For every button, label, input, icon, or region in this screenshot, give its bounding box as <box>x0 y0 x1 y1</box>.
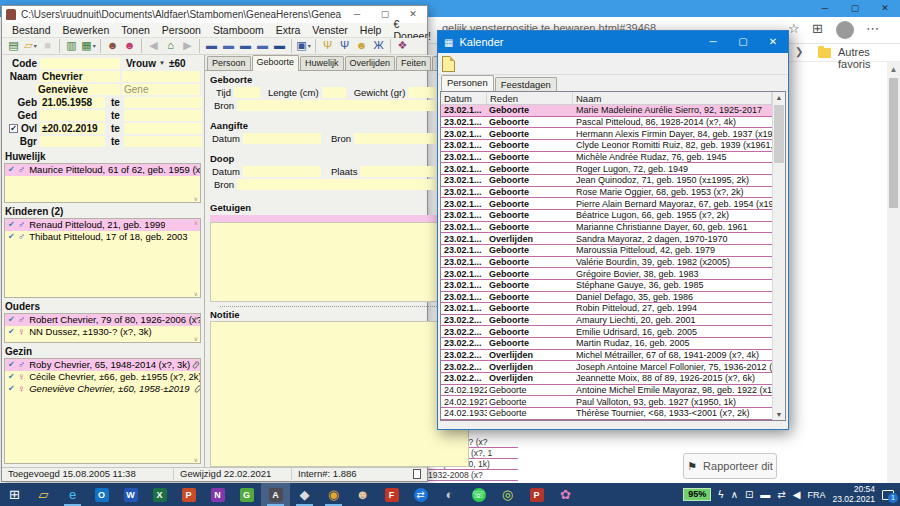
tablet-mode-icon[interactable]: ⊡ <box>745 489 753 500</box>
power-plug-icon[interactable]: ϟ <box>718 489 723 500</box>
taskbar-pdf-jpg[interactable]: P <box>522 483 551 506</box>
language-indicator[interactable]: FRA <box>807 490 825 500</box>
taskbar-app-audio[interactable]: ◉ <box>319 483 348 506</box>
kalender-row[interactable]: 23.02.1...GeboorteStéphane Gauye, 36, ge… <box>441 280 772 292</box>
tab-persoon[interactable]: Persoon <box>207 56 251 70</box>
volume-icon[interactable]: ◀ <box>793 489 801 500</box>
scroll-up-icon[interactable]: ∧ <box>194 219 198 226</box>
taskbar-excel[interactable]: X <box>145 483 174 506</box>
sex-select[interactable]: Vrouw <box>126 58 156 69</box>
scroll-thumb[interactable] <box>889 78 898 208</box>
death-place-field[interactable] <box>124 123 202 134</box>
taskbar-app-green[interactable]: G <box>232 483 261 506</box>
kalender-row[interactable]: 23.02.2...OverlijdenMichel Métrailler, 6… <box>441 350 772 362</box>
view-dates-button[interactable]: ▬ <box>237 38 254 54</box>
baptism-place-field[interactable] <box>124 110 202 121</box>
profile-avatar[interactable] <box>836 21 854 39</box>
scroll-up-icon[interactable]: ∧ <box>194 314 198 321</box>
taskbar-start[interactable]: ⊞ <box>0 483 29 506</box>
tree-relations-button[interactable]: Ж <box>370 38 387 54</box>
kalender-scrollbar[interactable]: ▲ ▼ <box>772 92 785 420</box>
birth-place-field[interactable] <box>124 97 202 108</box>
kalender-row[interactable]: 23.02.1...OverlijdenSandra Mayoraz, 2 da… <box>441 233 772 245</box>
taskbar-onenote[interactable]: N <box>203 483 232 506</box>
home-button[interactable]: ⌂ <box>162 38 179 54</box>
list-item-person[interactable]: ✔♂Robert Chevrier, 79 of 80, 1926-2006 (… <box>5 314 200 326</box>
tab-feiten[interactable]: Feiten <box>396 56 431 70</box>
given-name-field[interactable]: Geneviève <box>36 84 120 95</box>
kalender-row[interactable]: 23.02.2...OverlijdenJeannette Moix, 88 o… <box>441 373 772 385</box>
splitter-handle[interactable] <box>220 306 459 307</box>
scroll-thumb[interactable] <box>774 105 784 163</box>
kalender-row[interactable]: 23.02.1...GeboorteRobin Pitteloud, 27, g… <box>441 303 772 315</box>
kalender-row[interactable]: 23.02.1...GeboorteBéatrice Lugon, 66, ge… <box>441 210 772 222</box>
kalender-row[interactable]: 23.02.1...GeboorteMaroussia Pitteloud, 4… <box>441 245 772 257</box>
clock[interactable]: 20:54 23.02.2021 <box>832 485 875 504</box>
scroll-down-icon[interactable]: ∨ <box>194 290 198 297</box>
kalender-row[interactable]: 23.02.2...OverlijdenJoseph Antoine Marce… <box>441 361 772 373</box>
menu-dots-icon[interactable]: ⋯ <box>866 21 879 36</box>
list-item-person[interactable]: ✔♂Thibaut Pitteloud, 17 of 18, geb. 2003 <box>5 231 200 243</box>
scroll-up-icon[interactable]: ▲ <box>887 62 900 74</box>
tree-descendants-button[interactable]: Ψ <box>336 38 353 54</box>
taskbar-outlook[interactable]: O <box>87 483 116 506</box>
menu-item-venster[interactable]: Venster <box>306 24 354 36</box>
kalender-row[interactable]: 23.02.1...GeboorteGrégoire Bovier, 38, g… <box>441 268 772 280</box>
kalender-row[interactable]: 23.02.1...GeboorteMarie Madeleine Auréli… <box>441 105 772 117</box>
chevron-down-icon[interactable]: ▼ <box>159 60 165 66</box>
taskbar-whatsapp[interactable]: ☏ <box>464 483 493 506</box>
taskbar-app-pink[interactable]: ✿ <box>551 483 580 506</box>
open-folder-button[interactable]: ▱▾ <box>22 38 39 54</box>
notitie-box[interactable] <box>210 321 469 467</box>
death-date-field[interactable]: ±20.02.2019 <box>40 123 105 134</box>
menu-item-tonen[interactable]: Tonen <box>115 24 156 36</box>
kalender-row[interactable]: 23.02.1...GeboorteMichèle Andrée Rudaz, … <box>441 152 772 164</box>
call-name-field[interactable]: Gene <box>122 84 200 95</box>
scroll-down-icon[interactable]: ∨ <box>194 195 198 202</box>
kalender-minimize-button[interactable]: ─ <box>698 31 728 53</box>
view-screen-button[interactable]: ▬ <box>271 38 288 54</box>
menu-item-extra[interactable]: Extra <box>270 24 307 36</box>
aangifte-datum-field[interactable] <box>243 133 321 144</box>
collections-icon[interactable]: ⊞ <box>812 21 823 36</box>
clipboard-button[interactable]: ▥ <box>63 38 80 54</box>
column-header-reden[interactable]: Reden <box>487 92 573 104</box>
column-header-naam[interactable]: Naam <box>573 92 772 104</box>
kalender-row[interactable]: 24.02.1927GeboortePaul Valloton, 93, geb… <box>441 396 772 408</box>
kalender-row[interactable]: 24.02.1922GeboorteAntoine Michel Emile M… <box>441 385 772 397</box>
notification-center-icon[interactable]: 1 <box>882 490 894 500</box>
chevron-up-icon[interactable]: ∧ <box>731 489 738 500</box>
list-item-person[interactable]: ✔♀Cécile Chevrier, ±66, geb. ±1955 (x?, … <box>5 371 200 383</box>
kalender-close-button[interactable]: ✕ <box>758 31 788 53</box>
list-item-person[interactable]: ✔♀NN Dussez, ±1930-? (x?, 3k) <box>5 326 200 338</box>
usb-icon[interactable]: ⇄ <box>777 489 785 500</box>
menu-item-stamboom[interactable]: Stamboom <box>207 24 270 36</box>
chevron-right-icon[interactable]: ❯ <box>795 46 803 57</box>
scroll-down-icon[interactable]: ▼ <box>773 411 785 418</box>
scroll-down-icon[interactable]: ∨ <box>194 456 198 463</box>
column-header-datum[interactable]: Datum <box>441 92 487 104</box>
person-woman-button[interactable]: ☻ <box>121 38 138 54</box>
view-person-button[interactable]: ▬ <box>203 38 220 54</box>
lengte-field[interactable] <box>322 87 346 98</box>
kalender-row[interactable]: 23.02.2...GeboorteMartin Rudaz, 16, geb.… <box>441 338 772 350</box>
tijd-field[interactable] <box>234 87 260 98</box>
battery-percent-badge[interactable]: 95% <box>683 488 711 501</box>
forward-button[interactable]: ▶ <box>179 38 196 54</box>
kalender-row[interactable]: 23.02.1...GeboorteDaniel Defago, 35, geb… <box>441 292 772 304</box>
export-button[interactable]: ▦▾ <box>80 38 97 54</box>
menu-item-bewerken[interactable]: Bewerken <box>57 24 116 36</box>
kalender-row[interactable]: 23.02.1...GeboorteMarianne Christianne D… <box>441 222 772 234</box>
save-button[interactable]: ■ <box>39 38 56 54</box>
code-field[interactable] <box>40 58 120 69</box>
taskbar-app-globe[interactable]: ◐ <box>435 483 464 506</box>
taskbar-inkscape[interactable]: ◆ <box>290 483 319 506</box>
kalender-row[interactable]: 24.02.1933GeboorteThérèse Tournier, <68,… <box>441 408 772 420</box>
list-item-person[interactable]: ✔♂Maurice Pitteloud, 61 of 62, geb. 1959… <box>5 164 200 176</box>
taskbar-app-circle[interactable]: ◎ <box>493 483 522 506</box>
kalender-row[interactable]: 23.02.1...GeboorteRoger Lugon, 72, geb. … <box>441 163 772 175</box>
list-item-person[interactable]: ✔♂Roby Chevrier, 65, 1948-2014 (x?, 3k) <box>5 359 200 371</box>
menu-item-bestand[interactable]: Bestand <box>6 24 57 36</box>
kalender-row[interactable]: 23.02.1...GeboortePierre Alain Bernard M… <box>441 198 772 210</box>
taskbar-app-red[interactable]: F <box>377 483 406 506</box>
